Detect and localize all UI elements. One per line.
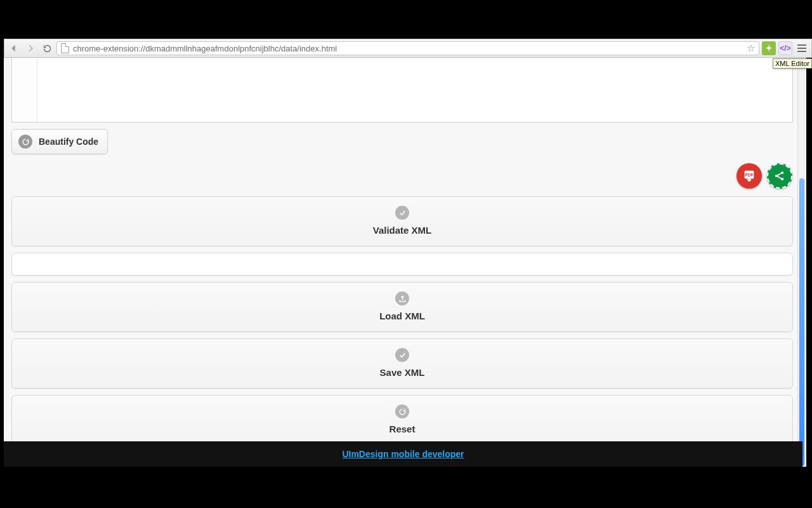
reload-button[interactable] xyxy=(40,41,54,55)
url-text: chrome-extension://dkmadmmllnhageafmdonl… xyxy=(73,44,337,53)
forward-button[interactable] xyxy=(23,41,37,55)
scrollbar-thumb[interactable] xyxy=(799,178,804,466)
floating-actions: PDF xyxy=(737,163,792,189)
svg-text:PDF: PDF xyxy=(745,173,754,177)
back-button[interactable] xyxy=(7,41,21,55)
share-button[interactable] xyxy=(767,163,792,189)
code-editor[interactable] xyxy=(11,58,793,123)
check-circle-icon xyxy=(395,348,409,362)
validate-xml-button[interactable]: Validate XML xyxy=(11,196,793,246)
beautify-code-button[interactable]: Beautify Code xyxy=(11,129,108,154)
upload-icon xyxy=(395,291,409,305)
bookmark-star-icon[interactable]: ☆ xyxy=(747,43,755,54)
page-footer: UImDesign mobile developer xyxy=(4,441,802,467)
beautify-label: Beautify Code xyxy=(39,137,98,147)
pdf-export-button[interactable]: PDF xyxy=(737,163,762,189)
save-label: Save XML xyxy=(380,367,425,378)
address-bar[interactable]: chrome-extension://dkmadmmllnhageafmdonl… xyxy=(56,41,759,55)
page-viewport: ▴ ▾ Beautify Code PDF Validate XML xyxy=(4,58,802,467)
extension-icon-1[interactable]: ✦ xyxy=(762,41,776,55)
reset-button[interactable]: Reset xyxy=(11,395,793,445)
footer-link[interactable]: UImDesign mobile developer xyxy=(342,449,464,459)
chrome-menu-button[interactable] xyxy=(795,41,809,55)
validate-label: Validate XML xyxy=(373,225,432,236)
message-output-panel xyxy=(11,253,793,276)
action-panels: Validate XML Load XML Save XML Reset xyxy=(11,196,793,451)
save-xml-button[interactable]: Save XML xyxy=(11,338,793,389)
line-number-gutter xyxy=(12,58,37,122)
reset-label: Reset xyxy=(390,424,416,434)
browser-toolbar: chrome-extension://dkmadmmllnhageafmdonl… xyxy=(4,39,812,58)
load-xml-button[interactable]: Load XML xyxy=(11,282,793,332)
refresh-icon xyxy=(395,404,409,418)
page-icon xyxy=(61,43,69,53)
check-circle-icon xyxy=(395,206,409,220)
refresh-icon xyxy=(18,135,32,149)
load-label: Load XML xyxy=(379,311,425,321)
extension-icon-xml[interactable]: </> xyxy=(778,41,792,55)
extension-tooltip: XML Editor xyxy=(773,58,812,69)
